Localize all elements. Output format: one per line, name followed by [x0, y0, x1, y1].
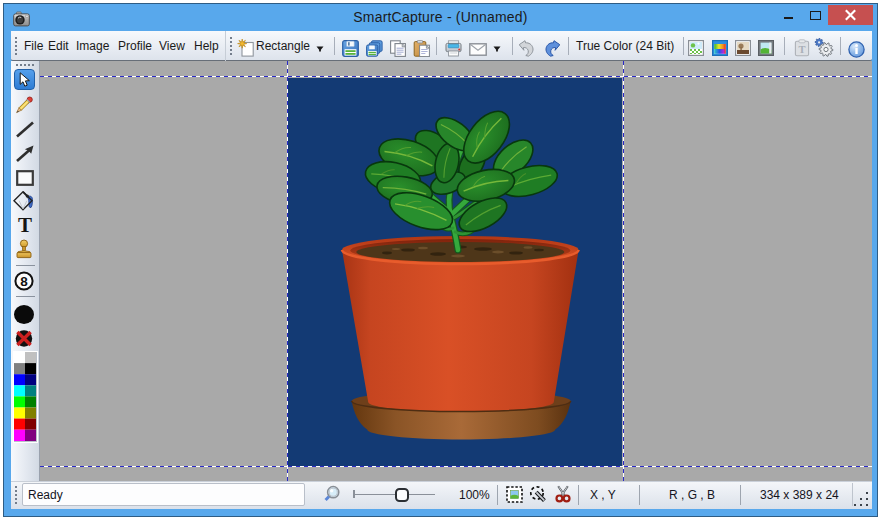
- svg-text:T: T: [798, 44, 805, 55]
- svg-text:8: 8: [20, 274, 28, 289]
